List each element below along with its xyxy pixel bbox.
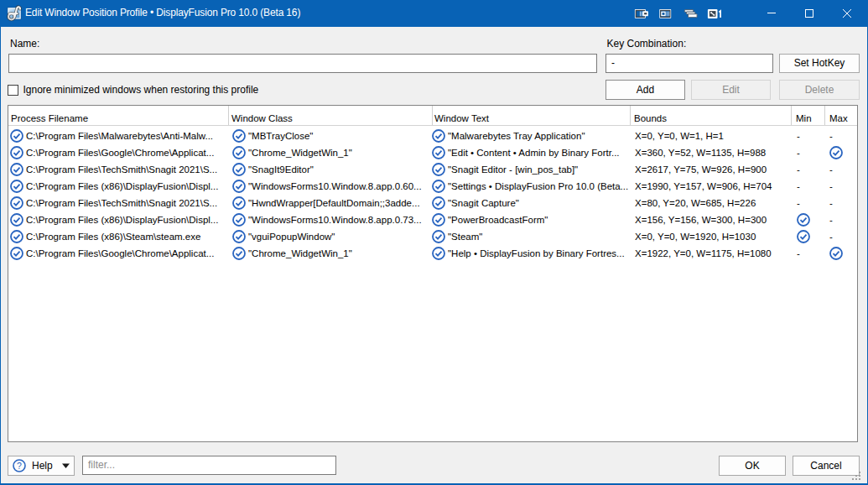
svg-text:?: ? — [17, 461, 22, 471]
